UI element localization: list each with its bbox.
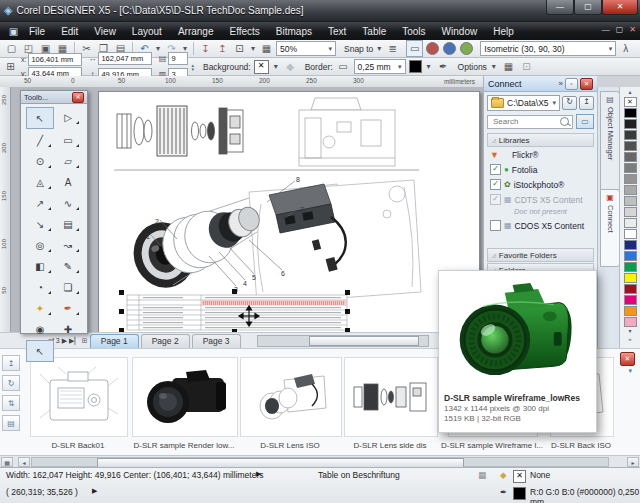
toolbox-close-icon[interactable]: ✕: [72, 92, 84, 103]
menu-bitmaps[interactable]: Bitmaps: [268, 24, 320, 39]
tab-object-manager[interactable]: ▤ Object Manager: [600, 91, 620, 191]
sphere-red-icon[interactable]: [426, 42, 439, 55]
background-none-swatch[interactable]: ✕: [254, 60, 269, 74]
menu-view[interactable]: View: [86, 24, 124, 39]
curve-tool[interactable]: ↘: [26, 214, 54, 234]
library-item-fotolia[interactable]: ✓ ● Fotolia: [484, 162, 597, 177]
connector-tool[interactable]: ↝: [54, 235, 82, 255]
checkbox-checked[interactable]: ✓: [490, 179, 501, 190]
width-field[interactable]: 162,047 mm: [98, 52, 152, 65]
two-point-line-tool[interactable]: ↗: [26, 193, 54, 213]
application-launcher-icon[interactable]: ⊡: [232, 41, 247, 56]
flyout-arrow-icon[interactable]: ▶: [92, 487, 97, 495]
color-swatch[interactable]: [624, 284, 637, 294]
color-swatch[interactable]: [624, 163, 637, 173]
canvas-horizontal-scrollbar[interactable]: [257, 335, 429, 347]
color-eyedropper-tool[interactable]: ✦: [26, 298, 54, 318]
drop-shadow-tool[interactable]: ❏: [54, 277, 82, 297]
ellipse-tool[interactable]: ⊙: [26, 151, 54, 171]
text-tool[interactable]: A: [54, 172, 82, 192]
color-swatch[interactable]: [624, 196, 637, 206]
library-item-cdos[interactable]: ▦ CDOS X5 Content: [484, 218, 597, 233]
color-swatch[interactable]: [624, 262, 637, 272]
tab-page-1[interactable]: Page 1: [90, 334, 139, 348]
angle-tool-icon[interactable]: λ: [618, 41, 633, 56]
menu-table[interactable]: Table: [354, 24, 394, 39]
close-button[interactable]: ✕: [602, 0, 638, 15]
tray-thumbnail[interactable]: [240, 357, 342, 437]
color-swatch[interactable]: [624, 251, 637, 261]
smart-drawing-tool[interactable]: ✎: [54, 256, 82, 276]
menu-file[interactable]: File: [21, 24, 53, 39]
tab-page-3[interactable]: Page 3: [192, 334, 241, 348]
border-sides-icon[interactable]: ▭: [336, 59, 351, 74]
menu-tools[interactable]: Tools: [394, 24, 433, 39]
color-swatch[interactable]: [624, 207, 637, 217]
palette-expand-icon[interactable]: »: [628, 335, 631, 343]
dynamic-guides-icon[interactable]: ≣: [385, 41, 400, 56]
snap-dropdown-icon[interactable]: ▾: [375, 41, 383, 56]
color-swatch[interactable]: [624, 130, 637, 140]
scrollbar-thumb[interactable]: [309, 336, 420, 346]
no-color-swatch[interactable]: ✕: [624, 97, 637, 107]
table-rows-field[interactable]: 9: [168, 52, 188, 65]
menu-arrange[interactable]: Arrange: [170, 24, 222, 39]
color-swatch[interactable]: [624, 185, 637, 195]
dimension-tool[interactable]: ◎: [26, 235, 54, 255]
scroll-left-icon[interactable]: ◂: [18, 457, 30, 467]
projection-combo[interactable]: Isometric (30, 90, 30) ▾: [480, 41, 616, 56]
scroll-right-icon[interactable]: ▸: [627, 457, 639, 467]
toolbox-title-bar[interactable]: Toolb... ✕: [21, 91, 87, 104]
color-swatch[interactable]: [624, 152, 637, 162]
shape-tool[interactable]: ▷: [54, 107, 82, 127]
pick-tool[interactable]: ↖: [26, 107, 54, 129]
color-swatch[interactable]: [624, 218, 637, 228]
maximize-button[interactable]: ▢: [574, 0, 602, 15]
color-swatch[interactable]: [624, 119, 637, 129]
border-width-combo[interactable]: 0,25 mm ▾: [354, 59, 406, 74]
checkbox-checked[interactable]: ✓: [490, 164, 501, 175]
zoom-level-combo[interactable]: 50% ▾: [276, 41, 336, 56]
address-combo[interactable]: C:\Data\X5 ▾: [487, 95, 560, 111]
color-swatch[interactable]: [624, 273, 637, 283]
color-swatch[interactable]: [624, 141, 637, 151]
artistic-media-tool[interactable]: ✒: [54, 298, 82, 318]
doc-minimize-button[interactable]: —: [602, 25, 610, 34]
palette-scroll-up-icon[interactable]: ▴: [628, 88, 631, 96]
menu-edit[interactable]: Edit: [53, 24, 86, 39]
library-item-cdts[interactable]: ✓ ▦ CDTS X5 Content: [484, 192, 597, 207]
color-swatch[interactable]: [624, 306, 637, 316]
graph-paper-tool[interactable]: ▤: [54, 214, 82, 234]
bezier-tool[interactable]: ∿: [54, 193, 82, 213]
checkbox-disabled[interactable]: ✓: [490, 194, 501, 205]
view-mode-icon[interactable]: ▭: [576, 114, 594, 129]
tray-refresh-icon[interactable]: ↻: [2, 375, 20, 391]
smart-fill-tool[interactable]: ◧: [26, 256, 54, 276]
document-horizontal-scrollbar[interactable]: ▦ ◂ ▸: [0, 455, 640, 467]
menu-layout[interactable]: Layout: [124, 24, 170, 39]
checkbox-unchecked[interactable]: [490, 220, 501, 231]
toolbox-palette[interactable]: Toolb... ✕ ↖ ▷ ╱ ▭ ⊙ ▱ ◬ A ↗ ∿ ↘ ▤ ◎ ↝ ◧…: [20, 90, 88, 334]
document-page[interactable]: 1 2 3 4 5 6 7 8: [98, 91, 480, 332]
pan-tool[interactable]: ✚: [54, 319, 82, 339]
snap-to-label[interactable]: Snap to: [344, 44, 373, 54]
options-label[interactable]: Options: [458, 62, 487, 72]
refresh-icon[interactable]: ↻: [562, 96, 577, 110]
sphere-blue-icon[interactable]: [443, 42, 456, 55]
tray-thumbnail[interactable]: [132, 357, 238, 437]
pick-tool-secondary[interactable]: ↖: [26, 340, 54, 362]
import-icon[interactable]: ↧: [198, 41, 213, 56]
tray-import-icon[interactable]: ↥: [2, 355, 20, 371]
welcome-screen-icon[interactable]: ▦: [259, 41, 274, 56]
up-folder-icon[interactable]: ↥: [579, 96, 594, 110]
tray-thumbnail[interactable]: [30, 357, 128, 437]
tray-close-icon[interactable]: ✕: [620, 352, 635, 366]
library-item-flickr[interactable]: ▼ Flickr®: [484, 148, 597, 162]
launcher-dropdown-icon[interactable]: ▾: [249, 41, 257, 56]
scroll-extra-button[interactable]: ▦: [1, 457, 13, 467]
x-position-field[interactable]: 106,401 mm: [28, 53, 82, 66]
doc-restore-button[interactable]: ▢: [616, 25, 624, 34]
tray-sync-icon[interactable]: ⇅: [2, 395, 20, 411]
sphere-green-icon[interactable]: [460, 42, 473, 55]
search-box[interactable]: [487, 115, 573, 129]
